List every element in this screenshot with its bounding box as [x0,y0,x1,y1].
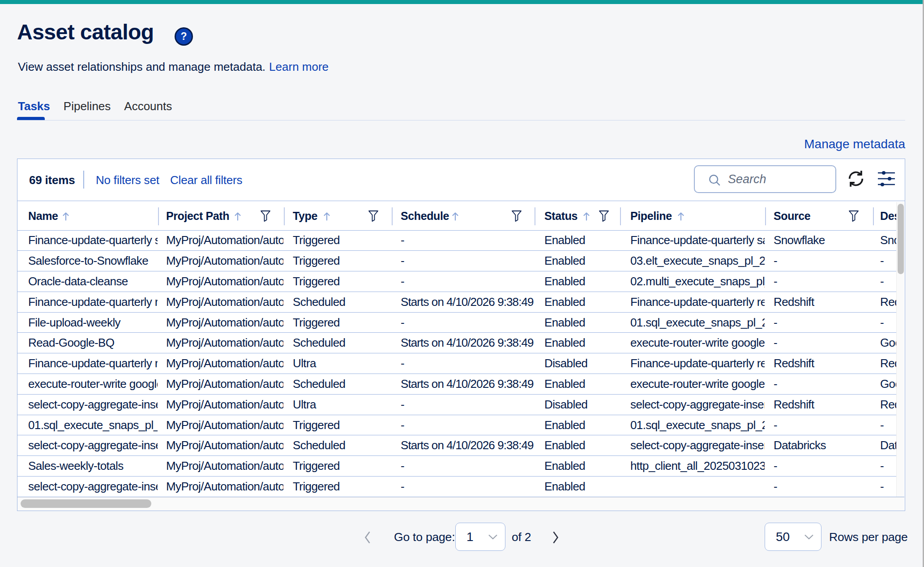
table-row[interactable]: File-upload-weeklyMyProj/Automation/auto… [17,313,904,333]
cell-source: - [774,251,872,271]
column-header-destination[interactable]: Destination [880,210,897,223]
vertical-scrollbar-thumb[interactable] [898,204,904,274]
column-header-pipeline[interactable]: Pipeline [630,210,672,223]
table-row[interactable]: execute-router-write googleMyProj/Automa… [17,374,904,395]
filter-funnel-icon[interactable] [511,210,522,222]
cell-schedule: - [401,271,535,292]
search-placeholder: Search [728,172,766,186]
sort-ascending-icon[interactable] [582,211,591,222]
cell-pipeline: execute-router-write google [630,333,765,353]
cell-destination: Snowflake [880,231,897,251]
table-row[interactable]: Read-Google-BQMyProj/Automation/automati… [17,333,904,353]
learn-more-link[interactable]: Learn more [269,60,329,73]
cell-name: Salesforce-to-Snowflake [28,251,158,271]
cell-destination: Google BigQuery [880,374,897,394]
cell-project-path: MyProj/Automation/automation [166,374,283,394]
help-icon[interactable]: ? [175,27,193,46]
page-select[interactable]: 1 [455,523,505,551]
cell-status: Enabled [544,292,620,312]
search-input[interactable]: Search [694,165,836,193]
rows-per-page-select[interactable]: 50 [765,523,821,551]
sort-ascending-icon[interactable] [322,211,331,222]
sort-ascending-icon[interactable] [676,211,685,222]
cell-schedule: - [401,415,535,435]
table-row[interactable]: select-copy-aggregate-insertMyProj/Autom… [17,435,904,456]
cell-schedule: Starts on 4/10/2026 9:38:49 [401,435,535,455]
column-separator [765,207,766,225]
tab-accounts[interactable]: Accounts [124,99,172,113]
manage-metadata-link[interactable]: Manage metadata [804,137,905,151]
column-separator [158,207,159,225]
chevron-down-icon [487,533,499,541]
cell-pipeline: 03.elt_execute_snaps_pl_2025 [630,251,765,271]
cell-type: Scheduled [293,374,391,394]
horizontal-scrollbar-thumb[interactable] [21,499,151,508]
column-header-project-path[interactable]: Project Path [166,210,229,223]
column-separator [620,207,621,225]
sort-ascending-icon[interactable] [233,211,242,222]
cell-schedule: Starts on 4/10/2026 9:38:49 [401,292,535,312]
rows-per-page-value: 50 [776,530,790,544]
cell-status: Enabled [544,477,620,497]
column-header-status[interactable]: Status [544,210,578,223]
column-header-name[interactable]: Name [28,210,58,223]
cell-destination: - [880,477,897,497]
table-row[interactable]: Salesforce-to-SnowflakeMyProj/Automation… [17,251,904,271]
cell-type: Triggered [293,415,391,435]
table-row[interactable]: select-copy-aggregate-insertMyProj/Autom… [17,395,904,415]
next-page-chevron-icon[interactable] [551,530,560,545]
cell-pipeline: Finance-update-quarterly refresh [630,292,765,312]
cell-source: - [774,415,872,435]
cell-type: Triggered [293,477,391,497]
filter-funnel-icon[interactable] [848,210,859,222]
vertical-scrollbar[interactable] [896,202,904,497]
cell-status: Disabled [544,353,620,374]
sort-ascending-icon[interactable] [451,211,460,222]
go-to-page-label: Go to page: [394,530,455,544]
filter-funnel-icon[interactable] [260,210,271,222]
table-card: 69 items No filters set Clear all filter… [17,159,905,511]
tab-tasks[interactable]: Tasks [18,99,50,113]
cell-schedule: - [401,313,535,333]
no-filters-set-link[interactable]: No filters set [96,173,159,187]
cell-pipeline [630,477,765,497]
cell-source: - [774,333,872,353]
table-row[interactable]: Finance-update-quarterly salesMyProj/Aut… [17,231,904,251]
cell-source: - [774,374,872,394]
horizontal-scrollbar[interactable] [17,497,904,511]
cell-type: Triggered [293,456,391,476]
cell-pipeline: 01.sql_execute_snaps_pl_2025 [630,415,765,435]
column-settings-button[interactable] [878,170,895,189]
cell-project-path: MyProj/Automation/automation [166,251,283,271]
cell-name: Oracle-data-cleanse [28,271,158,292]
table-row[interactable]: Sales-weekly-totalsMyProj/Automation/aut… [17,456,904,477]
column-header-type[interactable]: Type [293,210,317,223]
filter-funnel-icon[interactable] [368,210,379,222]
cell-schedule: - [401,395,535,415]
table-row[interactable]: 01.sql_execute_snaps_pl_taskMyProj/Autom… [17,415,904,436]
table-row[interactable]: Finance-update-quarterly refreshMyProj/A… [17,353,904,374]
column-header-schedule[interactable]: Schedule [401,210,449,223]
filter-funnel-icon[interactable] [599,210,609,222]
tab-pipelines[interactable]: Pipelines [64,99,111,113]
column-header-source[interactable]: Source [774,210,810,223]
prev-page-chevron-icon[interactable] [363,530,372,545]
cell-name: select-copy-aggregate-insert [28,395,158,415]
chevron-down-icon [803,533,815,541]
cell-source: Databricks [774,435,872,455]
refresh-button[interactable] [846,168,866,191]
cell-pipeline: http_client_all_20250310233 [630,456,765,476]
cell-destination: Redshift [880,395,897,415]
cell-status: Enabled [544,231,620,251]
cell-name: Finance-update-quarterly refresh [28,292,158,312]
clear-all-filters-link[interactable]: Clear all filters [170,173,242,187]
table-row[interactable]: select-copy-aggregate-insertMyProj/Autom… [17,477,904,497]
cell-project-path: MyProj/Automation/automation [166,435,283,455]
cell-source: Redshift [774,353,872,374]
page-count-label: of 2 [512,530,531,544]
table-row[interactable]: Finance-update-quarterly refreshMyProj/A… [17,292,904,313]
tab-bar-divider [17,120,905,120]
sort-ascending-icon[interactable] [61,211,70,222]
cell-type: Triggered [293,251,391,271]
table-row[interactable]: Oracle-data-cleanseMyProj/Automation/aut… [17,271,904,292]
